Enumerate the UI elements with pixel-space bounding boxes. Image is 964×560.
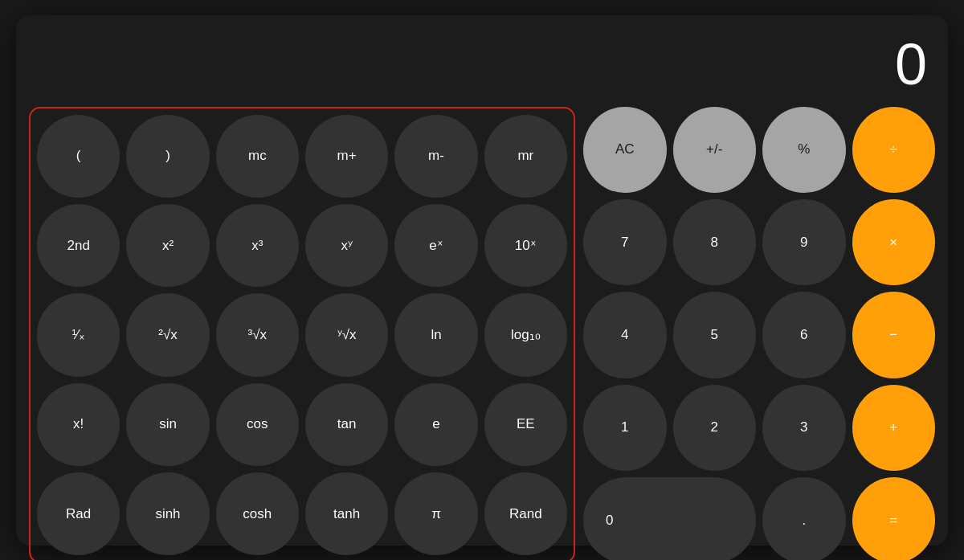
ln-button[interactable]: ln	[394, 293, 477, 376]
decimal-button[interactable]: .	[762, 477, 846, 560]
clear-button[interactable]: AC	[583, 107, 667, 193]
seven-button[interactable]: 7	[583, 199, 667, 285]
five-button[interactable]: 5	[673, 292, 757, 378]
percent-button[interactable]: %	[762, 107, 846, 193]
e-power-x-button[interactable]: eˣ	[394, 204, 477, 287]
sign-button[interactable]: +/-	[673, 107, 757, 193]
yth-root-button[interactable]: ʸ√x	[305, 293, 388, 376]
four-button[interactable]: 4	[583, 292, 667, 378]
standard-panel: AC+/-%÷789×456−123+0.=	[583, 107, 935, 561]
x-squared-button[interactable]: x²	[126, 204, 209, 287]
ten-power-x-button[interactable]: 10ˣ	[484, 204, 567, 287]
tanh-button[interactable]: tanh	[305, 472, 388, 555]
open-paren-button[interactable]: (	[37, 115, 120, 198]
two-button[interactable]: 2	[673, 385, 757, 471]
buttons-area: ()mcm+m-mr2ndx²x³xʸeˣ10ˣ¹⁄ₓ²√x³√xʸ√xlnlo…	[29, 107, 935, 561]
log10-button[interactable]: log₁₀	[484, 293, 567, 376]
x-cubed-button[interactable]: x³	[216, 204, 299, 287]
equals-button[interactable]: =	[852, 477, 936, 560]
sin-button[interactable]: sin	[126, 383, 209, 466]
cosh-button[interactable]: cosh	[216, 472, 299, 555]
second-button[interactable]: 2nd	[37, 204, 120, 287]
calculator: 0 ()mcm+m-mr2ndx²x³xʸeˣ10ˣ¹⁄ₓ²√x³√xʸ√xln…	[16, 15, 948, 546]
add-button[interactable]: +	[852, 385, 936, 471]
multiply-button[interactable]: ×	[852, 199, 936, 285]
eight-button[interactable]: 8	[673, 199, 757, 285]
display-area: 0	[29, 23, 935, 107]
inverse-button[interactable]: ¹⁄ₓ	[37, 293, 120, 376]
x-power-y-button[interactable]: xʸ	[305, 204, 388, 287]
factorial-button[interactable]: x!	[37, 383, 120, 466]
zero-wrapper: 0	[583, 477, 756, 560]
m-plus-button[interactable]: m+	[305, 115, 388, 198]
cos-button[interactable]: cos	[216, 383, 299, 466]
tan-button[interactable]: tan	[305, 383, 388, 466]
scientific-panel: ()mcm+m-mr2ndx²x³xʸeˣ10ˣ¹⁄ₓ²√x³√xʸ√xlnlo…	[29, 107, 575, 561]
zero-button[interactable]: 0	[583, 477, 756, 560]
subtract-button[interactable]: −	[852, 292, 936, 378]
cbrt-button[interactable]: ³√x	[216, 293, 299, 376]
nine-button[interactable]: 9	[762, 199, 846, 285]
rad-button[interactable]: Rad	[37, 472, 120, 555]
close-paren-button[interactable]: )	[126, 115, 209, 198]
one-button[interactable]: 1	[583, 385, 667, 471]
six-button[interactable]: 6	[762, 292, 846, 378]
euler-button[interactable]: e	[394, 383, 477, 466]
pi-button[interactable]: π	[394, 472, 477, 555]
ee-button[interactable]: EE	[484, 383, 567, 466]
divide-button[interactable]: ÷	[852, 107, 936, 193]
mc-button[interactable]: mc	[216, 115, 299, 198]
rand-button[interactable]: Rand	[484, 472, 567, 555]
three-button[interactable]: 3	[762, 385, 846, 471]
sqrt-button[interactable]: ²√x	[126, 293, 209, 376]
sinh-button[interactable]: sinh	[126, 472, 209, 555]
mr-button[interactable]: mr	[484, 115, 567, 198]
display-value: 0	[895, 31, 925, 97]
m-minus-button[interactable]: m-	[394, 115, 477, 198]
